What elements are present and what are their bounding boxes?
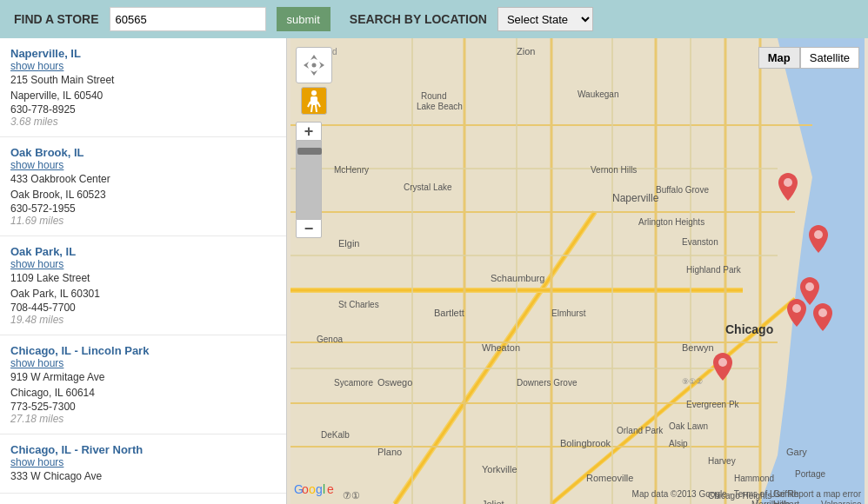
svg-text:Bolingbrook: Bolingbrook: [560, 438, 611, 448]
google-logo-icon: G o o g l e: [294, 481, 341, 497]
svg-text:Romeoville: Romeoville: [586, 473, 633, 483]
store-item: Chicago, IL - Lincoln Park show hours 91…: [0, 335, 286, 434]
svg-text:Berwyn: Berwyn: [682, 342, 714, 353]
map-view-button[interactable]: Map: [758, 47, 800, 69]
svg-text:Round: Round: [421, 91, 446, 101]
store-miles: 3.68 miles: [10, 116, 276, 128]
store-miles: 27.18 miles: [10, 413, 276, 425]
map-area: Naperville Chicago Schaumburg Crystal La…: [287, 38, 868, 504]
svg-point-92: [818, 308, 827, 317]
show-hours-link[interactable]: show hours: [10, 258, 276, 270]
svg-text:Highland Park: Highland Park: [686, 265, 742, 275]
svg-line-80: [311, 105, 312, 112]
svg-text:Orland Park: Orland Park: [617, 426, 664, 435]
nav-control[interactable]: [296, 47, 332, 83]
zoom-out-button[interactable]: −: [296, 219, 322, 238]
show-hours-link[interactable]: show hours: [10, 159, 276, 171]
svg-marker-71: [310, 55, 317, 60]
svg-marker-73: [304, 62, 309, 69]
svg-text:Arlington Heights: Arlington Heights: [638, 217, 704, 227]
store-name: Chicago, IL - Lincoln Park: [10, 344, 276, 357]
map-attribution: Map data ©2013 Google · Terms of Use Rep…: [632, 489, 861, 499]
show-hours-link[interactable]: show hours: [10, 357, 276, 369]
svg-text:⑦①: ⑦①: [343, 490, 360, 501]
main-content: Naperville, IL show hours 215 South Main…: [0, 38, 868, 504]
svg-point-88: [784, 178, 792, 187]
svg-text:Bartlett: Bartlett: [434, 308, 464, 318]
svg-text:Elgin: Elgin: [338, 238, 359, 249]
store-phone: 630-778-8925: [10, 103, 276, 116]
svg-text:McHenry: McHenry: [334, 165, 369, 175]
map-type-toggle: Map Satellite: [758, 47, 859, 69]
svg-text:Alsip: Alsip: [669, 439, 688, 448]
satellite-view-button[interactable]: Satellite: [800, 47, 859, 69]
store-phone: 630-572-1955: [10, 202, 276, 215]
store-address: 919 W Armitage AveChicago, IL 60614: [10, 369, 276, 401]
svg-point-75: [312, 63, 317, 68]
svg-rect-77: [310, 96, 317, 105]
svg-text:Evergreen Pk: Evergreen Pk: [686, 400, 740, 409]
svg-text:e: e: [327, 482, 334, 496]
search-by-location-label: SEARCH BY LOCATION: [350, 12, 487, 26]
svg-text:Naperville: Naperville: [612, 192, 659, 204]
submit-button[interactable]: submit: [277, 7, 331, 31]
store-miles: 11.69 miles: [10, 215, 276, 227]
store-name: Naperville, IL: [10, 47, 276, 60]
store-miles: 19.48 miles: [10, 314, 276, 326]
map-pin-5[interactable]: [813, 303, 832, 331]
svg-text:Schaumburg: Schaumburg: [491, 273, 544, 283]
map-pin-1[interactable]: [778, 173, 798, 201]
store-item: Oak Brook, IL show hours 433 Oakbrook Ce…: [0, 137, 286, 236]
svg-rect-0: [290, 38, 865, 504]
store-address: 433 Oakbrook CenterOak Brook, IL 60523: [10, 171, 276, 202]
svg-marker-74: [319, 62, 324, 69]
svg-text:Sycamore: Sycamore: [334, 378, 373, 388]
svg-text:Oswego: Oswego: [377, 377, 412, 388]
svg-text:Elmhurst: Elmhurst: [551, 308, 586, 318]
svg-line-79: [317, 102, 320, 107]
map-pin-2[interactable]: [809, 225, 828, 253]
store-item: Naperville, IL show hours 215 South Main…: [0, 38, 286, 137]
map-pin-4[interactable]: [787, 299, 806, 327]
svg-text:Waukegan: Waukegan: [578, 90, 618, 99]
svg-text:Zion: Zion: [517, 46, 535, 56]
svg-point-76: [311, 90, 317, 96]
find-store-label: FIND A STORE: [14, 12, 99, 26]
svg-text:Vernon Hills: Vernon Hills: [591, 165, 637, 175]
show-hours-link[interactable]: show hours: [10, 456, 276, 468]
svg-point-90: [805, 282, 814, 291]
find-store-input[interactable]: [110, 7, 266, 31]
store-address: 215 South Main StreetNaperville, IL 6054…: [10, 72, 276, 103]
zoom-slider-thumb[interactable]: [297, 148, 322, 155]
svg-text:DeKalb: DeKalb: [321, 430, 350, 440]
svg-text:Crystal Lake: Crystal Lake: [404, 182, 452, 192]
google-logo: G o o g l e: [294, 481, 341, 499]
svg-text:Genoa: Genoa: [317, 335, 343, 344]
svg-text:Joliet: Joliet: [482, 499, 504, 504]
svg-line-78: [308, 102, 310, 107]
svg-text:Portage: Portage: [795, 469, 825, 479]
svg-marker-72: [310, 70, 317, 76]
svg-point-93: [718, 358, 727, 367]
show-hours-link[interactable]: show hours: [10, 60, 276, 72]
svg-text:St Charles: St Charles: [338, 300, 379, 309]
svg-text:o: o: [309, 482, 316, 496]
store-name: Oak Park, IL: [10, 245, 276, 258]
svg-point-89: [814, 230, 823, 239]
map-pin-6[interactable]: [713, 353, 732, 381]
zoom-in-button[interactable]: +: [296, 122, 322, 141]
svg-text:g: g: [316, 482, 323, 496]
svg-text:Oak Lawn: Oak Lawn: [669, 421, 708, 431]
svg-line-81: [316, 105, 317, 112]
svg-text:o: o: [302, 482, 309, 496]
store-item: Oak Park, IL show hours 1109 Lake Street…: [0, 236, 286, 335]
state-select[interactable]: Select State IL IN WI: [497, 7, 593, 31]
person-icon: [306, 90, 322, 112]
street-view-icon[interactable]: [301, 87, 327, 115]
store-address: 333 W Chicago Ave: [10, 468, 276, 484]
pan-arrows-icon: [302, 53, 326, 77]
store-name: Oak Brook, IL: [10, 146, 276, 159]
svg-text:Valparaiso: Valparaiso: [821, 500, 862, 504]
svg-point-91: [792, 304, 801, 313]
store-phone: 708-445-7700: [10, 302, 276, 314]
